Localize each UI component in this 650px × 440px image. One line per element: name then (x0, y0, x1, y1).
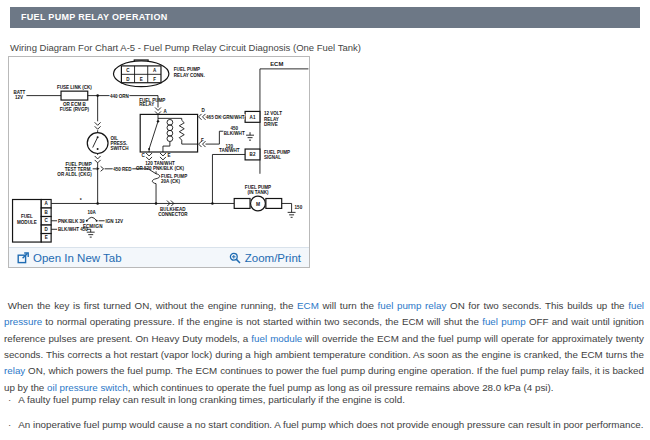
module-pin-e: E (45, 235, 48, 240)
ecm-label: ECM (270, 61, 283, 67)
motor-m: M (256, 202, 260, 207)
inline-link[interactable]: ECM (297, 300, 319, 311)
wiring-diagram-panel: C A D E F FUEL PUMP RELAY CONN. ECM A1 1… (8, 56, 310, 268)
inline-link[interactable]: fuel module (251, 333, 302, 344)
inline-text: When the key is first turned ON, without… (4, 300, 297, 311)
bullet-marker: · (8, 419, 11, 430)
inline-text: to normal operating pressure. If the eng… (42, 316, 482, 327)
batt-label-2: 12V (15, 95, 23, 100)
b2-label-2: SIGNAL (264, 155, 281, 160)
ecm-pin-b2: B2 (250, 152, 256, 157)
pump-label: FUEL PUMP (245, 185, 271, 190)
inline-text: ON for two seconds. This builds up the (446, 300, 628, 311)
module-label-2: MODULE (17, 220, 37, 225)
a1-label-2: RELAY (264, 117, 279, 122)
wire-440-orn: 440 ORN (110, 94, 129, 99)
ground-symbol (246, 132, 254, 140)
pump-feed-circuit: 120 TAN/WHT OR 520 PNK/BLK (CK) FUEL PUM… (136, 144, 245, 205)
section-header: FUEL PUMP RELAY OPERATION (10, 7, 640, 28)
bulkhead-label-2: CONNECTOR (158, 212, 188, 217)
a1-label-3: DRIVE (264, 122, 278, 127)
module-label: FUEL (21, 214, 33, 219)
test-term-label-3: OR ALDL (CKG) (57, 172, 92, 177)
note-text: A faulty fuel pump relay can result in l… (18, 394, 405, 405)
conn-pin-e: E (140, 77, 143, 82)
inline-link[interactable]: oil pressure switch (47, 382, 128, 393)
wire-450-red: 450 RED (113, 167, 132, 172)
oil-switch-label-3: SWITCH (111, 146, 129, 151)
a1-label: 12 VOLT (264, 111, 282, 116)
bullet-marker: · (8, 394, 11, 405)
wire-450-blk-2: BLK/WHT (224, 131, 245, 136)
wiring-diagram: C A D E F FUEL PUMP RELAY CONN. ECM A1 1… (9, 57, 309, 247)
footnote-asterisk: * (80, 198, 82, 203)
inline-link[interactable]: fuel pump relay (378, 300, 447, 311)
fuel-module: FUEL MODULE A B C D E PNK/BLK 39 10A ECM… (13, 200, 123, 243)
operation-description: When the key is first turned ON, without… (0, 298, 650, 396)
ground-symbol (288, 212, 296, 217)
open-in-new-tab-label: Open In New Tab (33, 252, 122, 264)
note-item: · An inoperative fuel pump would cause a… (8, 419, 644, 430)
battery-fuse: BATT 12V FUSE LINK (CK) OR ECM B FUSE (R… (14, 85, 158, 112)
relay-pin-f: F (201, 138, 204, 143)
wire-120-main-2: OR 520 PNK/BLK (CK) (136, 166, 184, 171)
relay-connector: C A D E F FUEL PUMP RELAY CONN. (113, 60, 204, 87)
diagram-toolbar: Open In New Tab Zoom/Print (9, 247, 309, 267)
fuse-alt-label-2: FUSE (RVGP) (60, 107, 90, 112)
ign-12v-label: IGN 12V (106, 219, 123, 224)
fuse-10a-label: 10A (88, 210, 97, 215)
ecm: ECM A1 12 VOLT RELAY DRIVE B2 FUEL PUMP … (245, 61, 308, 174)
note-item: · A faulty fuel pump relay can result in… (8, 394, 644, 405)
fuse-link-label: FUSE LINK (CK) (57, 85, 92, 90)
note-text: An inoperative fuel pump would cause a n… (18, 419, 643, 430)
wire-pnk-blk-39: PNK/BLK 39 (58, 219, 85, 224)
conn-label-2: RELAY CONN. (174, 73, 205, 78)
relay-pin-e: E (167, 153, 170, 158)
open-in-new-icon (17, 252, 29, 264)
b2-label: FUEL PUMP (264, 150, 290, 155)
inline-link[interactable]: fuel pump (482, 316, 526, 327)
wire-450-blk: 450 (230, 126, 238, 131)
magnifier-icon (229, 252, 241, 264)
inline-text: will turn the (319, 300, 378, 311)
section-title: FUEL PUMP RELAY OPERATION (21, 12, 168, 22)
relay-pin-a: A (163, 109, 167, 114)
zoom-print-label: Zoom/Print (245, 252, 301, 264)
relay-title-2: RELAY (139, 102, 154, 107)
zoom-print-link[interactable]: Zoom/Print (229, 252, 301, 264)
pump-fuse-label-2: 20A (CK) (161, 179, 181, 184)
relay-pin-c: C (142, 153, 146, 158)
wire-465-dk-grn-wht: 465 DK GRN/WHT (206, 115, 245, 120)
pump-label-2: (IN TANK) (247, 190, 269, 195)
ecm-pin-a1: A1 (250, 115, 256, 120)
conn-pin-f: F (153, 77, 156, 82)
diagram-caption: Wiring Diagram For Chart A-5 - Fuel Pump… (10, 42, 361, 53)
ground-symbol (87, 232, 95, 237)
conn-label: FUEL PUMP (174, 67, 200, 72)
inline-link[interactable]: relay (4, 365, 25, 376)
wire-150: 150 (295, 205, 303, 210)
relay-pin-d: D (202, 108, 206, 113)
wire-120-b2-2: TAN/WHT (219, 148, 240, 153)
inline-text: , which continues to operate the fuel pu… (128, 382, 554, 393)
wire-blk-wht-450: BLK/WHT 450 (58, 227, 88, 232)
oil-pressure-switch: OIL PRESS. SWITCH (87, 96, 128, 205)
open-in-new-tab-link[interactable]: Open In New Tab (17, 252, 122, 264)
